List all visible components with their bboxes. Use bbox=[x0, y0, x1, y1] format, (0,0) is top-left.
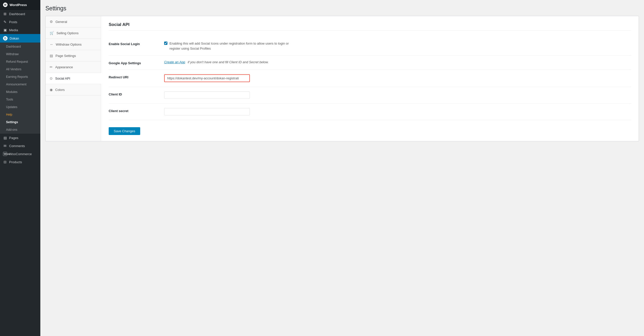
addons-label: Add-ons bbox=[6, 128, 17, 131]
dokan-dashboard-label: Dashboard bbox=[6, 45, 21, 48]
sidebar-logo-label: WordPress bbox=[10, 3, 27, 7]
sidebar-item-label: Media bbox=[9, 28, 18, 32]
colors-icon: ◉ bbox=[50, 88, 53, 92]
google-app-settings-row: Google App Settings Create an App if you… bbox=[109, 56, 631, 70]
all-vendors-label: All Vendors bbox=[6, 68, 21, 71]
page-title: Settings bbox=[45, 5, 639, 12]
settings-nav-colors[interactable]: ◉ Colors bbox=[46, 84, 101, 95]
google-app-settings-label: Google App Settings bbox=[109, 60, 159, 65]
wp-logo-icon: W bbox=[3, 3, 8, 7]
help-label: Help bbox=[6, 113, 12, 116]
sidebar-item-updates[interactable]: Updates bbox=[0, 103, 40, 111]
social-api-icon: ⊙ bbox=[50, 76, 53, 80]
enable-social-login-control: Enabling this will add Social Icons unde… bbox=[164, 41, 631, 51]
client-id-input[interactable] bbox=[164, 91, 250, 99]
settings-nav-withdraw-options[interactable]: ↔ Withdraw Options bbox=[46, 39, 101, 50]
client-id-row: Client ID bbox=[109, 87, 631, 104]
sidebar-item-announcement[interactable]: Announcement bbox=[0, 81, 40, 88]
settings-nav: ⚙ General 🛒 Selling Options ↔ Withdraw O… bbox=[46, 16, 101, 141]
sidebar-item-dokan-dashboard[interactable]: Dashboard bbox=[0, 43, 40, 50]
sidebar-item-all-vendors[interactable]: All Vendors bbox=[0, 65, 40, 73]
sidebar-item-label: Dashboard bbox=[9, 12, 25, 16]
settings-nav-label: Appearance bbox=[55, 65, 73, 69]
settings-nav-label: Withdraw Options bbox=[56, 43, 82, 46]
dashboard-icon: ⊞ bbox=[3, 12, 7, 16]
woocommerce-icon: Woo bbox=[3, 152, 7, 156]
sidebar-item-dashboard[interactable]: ⊞ Dashboard bbox=[0, 10, 40, 18]
settings-container: ⚙ General 🛒 Selling Options ↔ Withdraw O… bbox=[45, 16, 639, 141]
settings-nav-label: Social API bbox=[55, 77, 70, 80]
comments-icon: ✉ bbox=[3, 144, 7, 148]
client-secret-label: Client secret bbox=[109, 108, 159, 113]
earning-reports-label: Earning Reports bbox=[6, 75, 28, 79]
settings-nav-label: Colors bbox=[55, 88, 65, 92]
enable-social-login-row: Enable Social Login Enabling this will a… bbox=[109, 37, 631, 56]
google-app-settings-control: Create an App if you don't have one and … bbox=[164, 60, 631, 64]
sidebar-item-earning-reports[interactable]: Earning Reports bbox=[0, 73, 40, 81]
tools-label: Tools bbox=[6, 98, 13, 101]
sidebar-item-addons[interactable]: Add-ons bbox=[0, 126, 40, 133]
comments-label: Comments bbox=[9, 144, 25, 148]
products-label: Products bbox=[9, 160, 22, 164]
social-login-description: Enabling this will add Social Icons unde… bbox=[169, 41, 301, 51]
settings-nav-selling-options[interactable]: 🛒 Selling Options bbox=[46, 27, 101, 39]
sidebar-item-dokan[interactable]: D Dokan bbox=[0, 34, 40, 43]
dokan-submenu: Dashboard Withdraw Refund Request All Ve… bbox=[0, 43, 40, 133]
settings-nav-social-api[interactable]: ⊙ Social API bbox=[46, 73, 101, 84]
social-login-checkbox-wrap: Enabling this will add Social Icons unde… bbox=[164, 41, 301, 51]
sidebar-item-settings[interactable]: Settings bbox=[0, 118, 40, 126]
sidebar-item-tools[interactable]: Tools bbox=[0, 96, 40, 103]
sidebar-item-label: Posts bbox=[9, 20, 17, 24]
appearance-icon: ✏ bbox=[50, 65, 53, 69]
enable-social-login-label: Enable Social Login bbox=[109, 41, 159, 46]
sidebar: W WordPress ⊞ Dashboard ✎ Posts ▣ Media … bbox=[0, 0, 40, 336]
settings-label: Settings bbox=[6, 120, 18, 124]
sidebar-item-woocommerce[interactable]: Woo WooCommerce bbox=[0, 150, 40, 158]
settings-nav-label: Page Settings bbox=[55, 54, 76, 58]
settings-nav-general[interactable]: ⚙ General bbox=[46, 16, 101, 27]
updates-label: Updates bbox=[6, 105, 17, 109]
sidebar-bottom-section: ▤ Pages ✉ Comments Woo WooCommerce ⊟ Pro… bbox=[0, 133, 40, 166]
client-id-label: Client ID bbox=[109, 91, 159, 96]
sidebar-item-modules[interactable]: Modules bbox=[0, 88, 40, 96]
create-an-app-link[interactable]: Create an App bbox=[164, 60, 185, 64]
social-login-checkbox[interactable] bbox=[164, 42, 167, 45]
settings-nav-label: Selling Options bbox=[56, 31, 78, 35]
sidebar-item-media[interactable]: ▣ Media bbox=[0, 26, 40, 34]
google-app-description: if you don't have one and fill Client ID… bbox=[188, 60, 269, 64]
sidebar-item-help[interactable]: Help bbox=[0, 111, 40, 118]
sidebar-item-refund-request[interactable]: Refund Request bbox=[0, 58, 40, 65]
panel-title: Social API bbox=[109, 22, 631, 30]
modules-label: Modules bbox=[6, 90, 17, 94]
save-changes-button[interactable]: Save Changes bbox=[109, 127, 140, 135]
selling-options-icon: 🛒 bbox=[50, 31, 54, 35]
main-content: Settings ⚙ General 🛒 Selling Options ↔ W… bbox=[40, 0, 644, 336]
sidebar-item-posts[interactable]: ✎ Posts bbox=[0, 18, 40, 26]
sidebar-item-label: Dokan bbox=[10, 37, 19, 40]
client-secret-row: Client secret bbox=[109, 104, 631, 120]
sidebar-item-comments[interactable]: ✉ Comments bbox=[0, 142, 40, 150]
dokan-icon: D bbox=[3, 36, 8, 41]
client-secret-control bbox=[164, 108, 631, 115]
client-secret-input[interactable] bbox=[164, 108, 250, 115]
client-id-control bbox=[164, 91, 631, 99]
pages-icon: ▤ bbox=[3, 136, 7, 140]
announcement-label: Announcement bbox=[6, 83, 26, 86]
redirect-uri-control bbox=[164, 74, 631, 82]
settings-nav-label: General bbox=[55, 20, 67, 24]
save-row: Save Changes bbox=[109, 120, 631, 135]
sidebar-item-pages[interactable]: ▤ Pages bbox=[0, 134, 40, 142]
sidebar-logo: W WordPress bbox=[0, 0, 40, 10]
general-icon: ⚙ bbox=[50, 20, 53, 24]
content-area: Settings ⚙ General 🛒 Selling Options ↔ W… bbox=[40, 0, 644, 336]
settings-nav-page-settings[interactable]: ▤ Page Settings bbox=[46, 50, 101, 61]
redirect-uri-label: Redirect URI bbox=[109, 74, 159, 79]
products-icon: ⊟ bbox=[3, 160, 7, 164]
redirect-uri-row: Redirect URI bbox=[109, 70, 631, 87]
sidebar-item-products[interactable]: ⊟ Products bbox=[0, 158, 40, 166]
refund-label: Refund Request bbox=[6, 60, 28, 63]
settings-nav-appearance[interactable]: ✏ Appearance bbox=[46, 61, 101, 73]
sidebar-item-withdraw[interactable]: Withdraw bbox=[0, 50, 40, 58]
redirect-uri-input[interactable] bbox=[164, 74, 250, 82]
page-settings-icon: ▤ bbox=[50, 54, 53, 58]
